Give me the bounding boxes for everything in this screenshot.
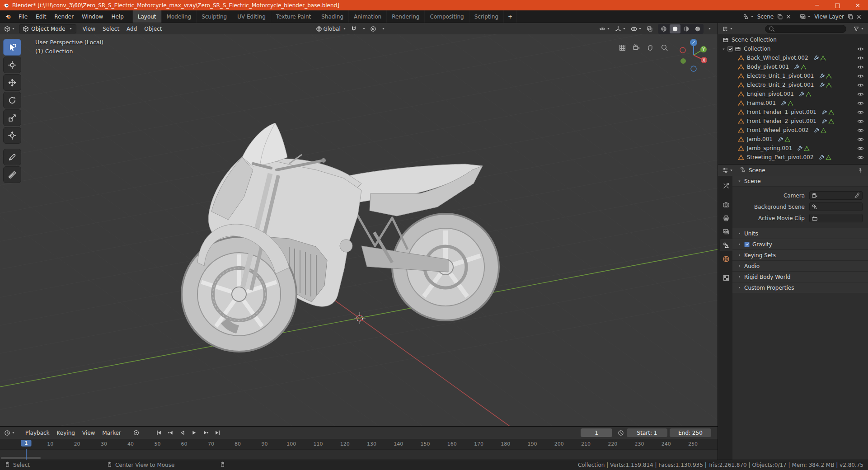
shading-material-button[interactable] [681, 24, 692, 33]
new-scene-button[interactable] [776, 13, 784, 20]
frame-start-field[interactable]: Start: 1 [627, 428, 667, 437]
outliner-object-row[interactable]: Front_Fender_2_pivot.001 [718, 117, 868, 126]
workspace-tab-uv-editing[interactable]: UV Editing [232, 10, 271, 23]
show-gizmos-button[interactable] [614, 25, 628, 33]
close-button[interactable]: × [848, 0, 868, 10]
visibility-toggle[interactable] [857, 136, 864, 143]
menu-edit[interactable]: Edit [32, 10, 50, 23]
zoom-view-button[interactable] [659, 42, 669, 52]
timeline-ruler[interactable]: 1102030405060708090100110120130140150160… [0, 439, 718, 450]
visibility-toggle[interactable] [857, 109, 864, 116]
properties-tab-output[interactable] [720, 212, 732, 224]
mode-dropdown[interactable]: Object Mode [19, 24, 76, 33]
viewport-3d-scene[interactable] [0, 34, 718, 426]
outliner-object-row[interactable]: Jamb_spring.001 [718, 144, 868, 153]
outliner-object-row[interactable]: Streeting_Part_pivot.002 [718, 153, 868, 162]
workspace-tab-layout[interactable]: Layout [132, 10, 162, 23]
maximize-button[interactable]: □ [827, 0, 848, 10]
outliner-object-row[interactable]: Jamb.001 [718, 135, 868, 144]
orientation-dropdown[interactable]: Global [314, 25, 347, 33]
gizmo-neg-z-axis[interactable] [691, 66, 696, 71]
current-frame-field[interactable]: 1 [581, 428, 612, 437]
viewport-editor-type-button[interactable] [3, 25, 17, 33]
previous-keyframe-button[interactable] [165, 428, 176, 438]
panel-custom-properties[interactable]: Custom Properties [732, 282, 868, 293]
workspace-tab-rendering[interactable]: Rendering [387, 10, 425, 23]
panel-keying-sets[interactable]: Keying Sets [732, 250, 868, 261]
gravity-checkbox[interactable] [744, 242, 750, 247]
jump-to-end-button[interactable] [212, 428, 223, 438]
outliner-editor-type-button[interactable] [721, 25, 735, 33]
menu-window[interactable]: Window [78, 10, 107, 23]
blender-app-menu[interactable] [2, 10, 14, 23]
preview-range-icon[interactable] [618, 430, 624, 436]
playhead[interactable]: 1 [21, 440, 32, 446]
workspace-tab-scripting[interactable]: Scripting [469, 10, 504, 23]
panel-units[interactable]: Units [732, 228, 868, 239]
visibility-toggle[interactable] [857, 64, 864, 70]
pan-view-button[interactable] [645, 42, 655, 52]
timeline-editor-type-button[interactable] [3, 429, 17, 437]
show-overlays-button[interactable] [629, 25, 643, 33]
tool-transform[interactable] [3, 127, 21, 144]
viewport-menu-add[interactable]: Add [123, 23, 141, 34]
timeline-track[interactable] [0, 450, 718, 460]
outliner-object-row[interactable]: Frame.001 [718, 99, 868, 108]
minimize-button[interactable]: ─ [807, 0, 827, 10]
properties-tab-view-layer[interactable] [720, 226, 732, 238]
camera-view-button[interactable] [631, 42, 641, 52]
workspace-tab-texture-paint[interactable]: Texture Paint [271, 10, 316, 23]
toggle-projection-button[interactable] [617, 42, 627, 52]
active-movie-clip-field[interactable] [809, 214, 863, 222]
timeline-menu-view[interactable]: View [79, 427, 99, 438]
timeline-menu-playback[interactable]: Playback [22, 427, 53, 438]
properties-tab-world[interactable] [720, 253, 732, 265]
outliner-filter-button[interactable] [853, 26, 865, 32]
viewport-menu-select[interactable]: Select [99, 23, 123, 34]
workspace-tab-sculpting[interactable]: Sculpting [197, 10, 232, 23]
scene-selector[interactable]: Scene [757, 14, 774, 20]
viewport-menu-object[interactable]: Object [141, 23, 165, 34]
visibility-toggle[interactable] [857, 73, 864, 80]
tool-annotate[interactable] [3, 149, 21, 165]
properties-tab-tool[interactable] [720, 179, 732, 192]
tool-measure[interactable] [3, 166, 21, 183]
gizmo-neg-x-axis[interactable] [680, 47, 685, 53]
properties-tab-texture[interactable] [720, 272, 732, 284]
outliner-object-row[interactable]: Body_pivot.001 [718, 62, 868, 71]
panel-rigid-body-world[interactable]: Rigid Body World [732, 272, 868, 282]
tool-rotate[interactable] [3, 92, 21, 108]
visibility-toggle[interactable] [857, 118, 864, 125]
jump-to-start-button[interactable] [154, 428, 164, 438]
snap-dropdown[interactable] [360, 26, 367, 32]
new-view-layer-button[interactable] [847, 13, 854, 20]
outliner-object-row[interactable]: Engien_pivot.001 [718, 89, 868, 99]
shading-solid-button[interactable] [670, 24, 680, 33]
properties-editor-type-button[interactable] [721, 166, 735, 174]
visibility-toggle[interactable] [857, 100, 864, 107]
timeline-scrollbar[interactable] [1, 457, 41, 459]
menu-file[interactable]: File [14, 10, 32, 23]
pin-icon[interactable] [857, 167, 865, 174]
menu-render[interactable]: Render [50, 10, 78, 23]
outliner-object-row[interactable]: Front_Fender_1_pivot.001 [718, 108, 868, 117]
frame-end-field[interactable]: End: 250 [670, 428, 711, 437]
panel-audio[interactable]: Audio [732, 261, 868, 272]
proportional-editing-toggle[interactable] [369, 25, 378, 33]
timeline-menu-keying[interactable]: Keying [53, 427, 79, 438]
snap-toggle[interactable] [349, 25, 358, 33]
tool-scale[interactable] [3, 109, 21, 126]
visibility-toggle[interactable] [857, 145, 864, 152]
menu-help[interactable]: Help [107, 10, 127, 23]
tool-move[interactable] [3, 74, 21, 91]
outliner-scene-collection-row[interactable]: Scene Collection [718, 35, 868, 44]
outliner-search-input[interactable] [765, 25, 846, 33]
workspace-tab-shading[interactable]: Shading [316, 10, 349, 23]
outliner-collection-row[interactable]: Collection [718, 44, 868, 53]
visibility-toggle[interactable] [857, 55, 864, 61]
play-button[interactable] [189, 428, 200, 438]
proportional-falloff-dropdown[interactable] [379, 26, 387, 32]
outliner-object-row[interactable]: Back_Wheel_pivot.002 [718, 53, 868, 62]
workspace-tab-compositing[interactable]: Compositing [425, 10, 469, 23]
background-scene-field[interactable] [809, 202, 863, 211]
